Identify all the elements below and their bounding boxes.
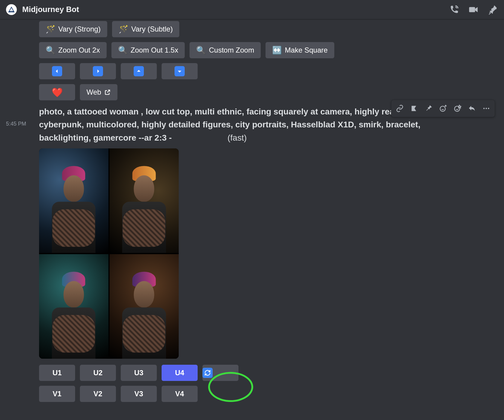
svg-point-1 <box>440 106 445 111</box>
variation-1-button[interactable]: V1 <box>39 386 75 402</box>
svg-point-5 <box>488 108 489 109</box>
image-grid[interactable] <box>39 148 179 359</box>
reply-icon[interactable] <box>465 101 479 116</box>
sparkle-icon: 🪄 <box>119 25 128 33</box>
redacted-username <box>174 133 225 141</box>
vary-strong-button[interactable]: 🪄 Vary (Strong) <box>39 21 107 37</box>
more-actions-icon[interactable] <box>479 101 493 116</box>
svg-point-4 <box>486 108 487 109</box>
message-timestamp: 5:45 PM <box>6 121 26 127</box>
mark-unread-icon[interactable] <box>407 101 421 116</box>
channel-title: Midjourney Bot <box>22 5 79 14</box>
upscale-3-button[interactable]: U3 <box>121 365 157 381</box>
external-link-icon <box>104 89 111 96</box>
vary-subtle-label: Vary (Subtle) <box>131 25 173 33</box>
arrow-up-icon <box>134 66 144 76</box>
upscale-1-button[interactable]: U1 <box>39 365 75 381</box>
arrow-left-icon <box>52 66 62 76</box>
svg-rect-0 <box>469 7 475 12</box>
svg-point-3 <box>483 108 484 109</box>
arrows-horizontal-icon: ↔️ <box>272 46 282 54</box>
zoom-out-2x-label: Zoom Out 2x <box>58 46 100 54</box>
zoom-out-15x-label: Zoom Out 1.5x <box>131 46 178 54</box>
web-button[interactable]: Web <box>80 84 117 100</box>
pan-right-button[interactable] <box>80 63 116 79</box>
upscale-2-button[interactable]: U2 <box>80 365 116 381</box>
super-reaction-icon[interactable] <box>450 101 465 116</box>
reroll-button[interactable] <box>202 365 238 381</box>
grid-image-4[interactable] <box>110 254 179 359</box>
pan-up-button[interactable] <box>121 63 157 79</box>
variation-2-button[interactable]: V2 <box>80 386 116 402</box>
pinned-messages-icon[interactable] <box>487 4 498 15</box>
heart-icon: ❤️ <box>52 87 63 98</box>
midjourney-logo-icon <box>8 6 15 13</box>
web-label: Web <box>87 88 101 96</box>
upscale-4-button[interactable]: U4 <box>162 365 198 381</box>
grid-image-2[interactable] <box>110 148 179 253</box>
add-reaction-icon[interactable] <box>436 101 450 116</box>
bot-avatar[interactable] <box>6 4 17 15</box>
make-square-label: Make Square <box>285 46 328 54</box>
magnifier-icon: 🔍 <box>46 46 55 54</box>
magnifier-icon: 🔍 <box>118 46 128 54</box>
prompt-speed: (fast) <box>227 133 247 142</box>
dm-header: Midjourney Bot <box>0 0 504 19</box>
grid-image-1[interactable] <box>39 148 108 253</box>
arrow-right-icon <box>93 66 103 76</box>
zoom-out-2x-button[interactable]: 🔍 Zoom Out 2x <box>39 42 107 58</box>
start-video-call-icon[interactable] <box>468 4 479 15</box>
custom-zoom-button[interactable]: 🔍 Custom Zoom <box>190 42 261 58</box>
vary-subtle-button[interactable]: 🪄 Vary (Subtle) <box>112 21 179 37</box>
message-actions-toolbar <box>391 100 495 117</box>
make-square-button[interactable]: ↔️ Make Square <box>266 42 334 58</box>
variation-3-button[interactable]: V3 <box>121 386 157 402</box>
pan-down-button[interactable] <box>162 63 198 79</box>
arrow-down-icon <box>175 66 185 76</box>
sparkle-icon: 🪄 <box>46 25 55 33</box>
custom-zoom-label: Custom Zoom <box>209 46 254 54</box>
pan-left-button[interactable] <box>39 63 75 79</box>
magnifier-icon: 🔍 <box>196 46 206 54</box>
pin-message-icon[interactable] <box>421 101 436 116</box>
refresh-icon <box>202 368 213 378</box>
copy-link-icon[interactable] <box>393 101 407 116</box>
variation-4-button[interactable]: V4 <box>162 386 198 402</box>
grid-image-3[interactable] <box>39 254 108 359</box>
start-voice-call-icon[interactable] <box>449 4 460 15</box>
favorite-button[interactable]: ❤️ <box>39 84 75 100</box>
vary-strong-label: Vary (Strong) <box>58 25 101 33</box>
zoom-out-15x-button[interactable]: 🔍 Zoom Out 1.5x <box>111 42 185 58</box>
